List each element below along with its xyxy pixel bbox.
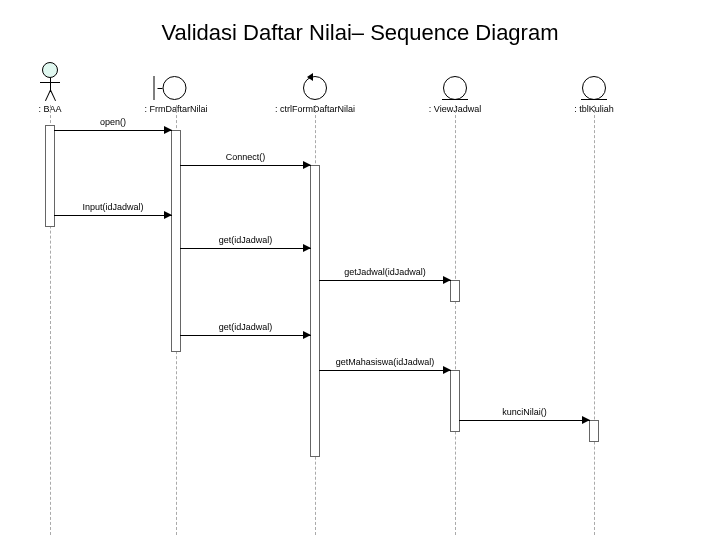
- message-label: get(idJadwal): [219, 235, 273, 245]
- arrowhead-icon: [303, 161, 311, 169]
- arrowhead-icon: [443, 366, 451, 374]
- arrowhead-icon: [303, 331, 311, 339]
- activation: [310, 165, 320, 457]
- lifeline-tbl: [594, 105, 595, 535]
- message-line: [180, 165, 311, 166]
- arrowhead-icon: [164, 126, 172, 134]
- message-line: [459, 420, 590, 421]
- message-line: [180, 248, 311, 249]
- message-label: get(idJadwal): [219, 322, 273, 332]
- entity-tbl: [581, 76, 607, 100]
- boundary-frm: [154, 76, 187, 100]
- activation: [45, 125, 55, 227]
- message-line: [54, 215, 172, 216]
- activation: [450, 280, 460, 302]
- message-label: kunciNilai(): [502, 407, 547, 417]
- diagram-title: Validasi Daftar Nilai– Sequence Diagram: [0, 20, 720, 46]
- arrowhead-icon: [303, 244, 311, 252]
- message-line: [180, 335, 311, 336]
- message-label: Input(idJadwal): [82, 202, 143, 212]
- message-label: getMahasiswa(idJadwal): [336, 357, 435, 367]
- message-label: Connect(): [226, 152, 266, 162]
- arrowhead-icon: [582, 416, 590, 424]
- activation: [450, 370, 460, 432]
- arrowhead-icon: [443, 276, 451, 284]
- message-line: [319, 280, 451, 281]
- arrowhead-icon: [164, 211, 172, 219]
- message-line: [54, 130, 172, 131]
- entity-view: [442, 76, 468, 100]
- message-label: getJadwal(idJadwal): [344, 267, 426, 277]
- activation: [171, 130, 181, 352]
- actor-baa: [40, 62, 60, 93]
- message-label: open(): [100, 117, 126, 127]
- lifeline-view: [455, 105, 456, 535]
- message-line: [319, 370, 451, 371]
- control-ctrl: [303, 76, 327, 100]
- activation: [589, 420, 599, 442]
